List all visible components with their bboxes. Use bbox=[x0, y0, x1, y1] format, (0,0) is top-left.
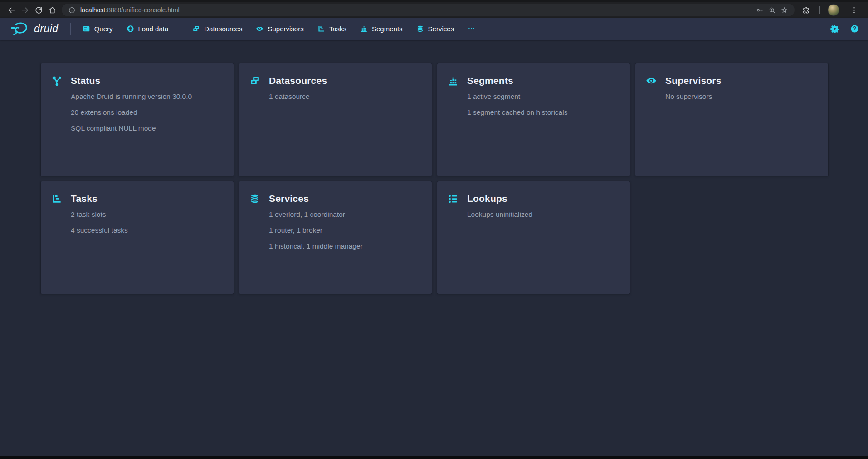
nav-item-load-data[interactable]: Load data bbox=[127, 25, 169, 33]
card-stat-line: 4 successful tasks bbox=[71, 226, 128, 235]
card-tasks[interactable]: Tasks 2 task slots4 successful tasks bbox=[41, 181, 234, 294]
nav-item-tasks[interactable]: Tasks bbox=[317, 25, 346, 33]
navbar-secondary-group: Datasources Supervisors Tasks Segments S… bbox=[192, 25, 475, 33]
browser-menu-button[interactable] bbox=[847, 3, 861, 17]
card-title: Services bbox=[269, 192, 363, 205]
druid-navbar: druid Query Load data Datasources Superv… bbox=[0, 18, 868, 40]
card-title: Tasks bbox=[71, 192, 128, 205]
card-stat-line: 1 datasource bbox=[269, 92, 327, 101]
gear-icon bbox=[830, 24, 839, 33]
card-text: Services 1 overlord, 1 coordinator1 rout… bbox=[269, 192, 363, 258]
card-text: Lookups Lookups uninitialized bbox=[467, 192, 532, 226]
nav-item-label: Segments bbox=[372, 25, 403, 33]
card-datasources[interactable]: Datasources 1 datasource bbox=[239, 63, 432, 176]
nav-item-label: Tasks bbox=[329, 25, 346, 33]
reload-button[interactable] bbox=[32, 3, 45, 17]
nav-item-label: Supervisors bbox=[268, 25, 303, 33]
card-stat-line: 1 active segment bbox=[467, 92, 567, 101]
home-button[interactable] bbox=[45, 3, 59, 17]
card-stat-line: 1 overlord, 1 coordinator bbox=[269, 210, 363, 219]
nav-item-datasources[interactable]: Datasources bbox=[192, 25, 242, 33]
card-stat-line: SQL compliant NULL mode bbox=[71, 124, 192, 133]
forward-button[interactable] bbox=[18, 3, 32, 17]
bookmark-star-icon[interactable] bbox=[780, 6, 788, 14]
nav-item-label: Load data bbox=[138, 25, 169, 33]
card-stat-line: 20 extensions loaded bbox=[71, 108, 192, 117]
graph-icon bbox=[51, 75, 62, 86]
status-card-grid: Status Apache Druid is running version 3… bbox=[41, 63, 828, 294]
url-bar[interactable]: localhost:8888/unified-console.html bbox=[62, 4, 795, 16]
card-stat-line: Apache Druid is running version 30.0.0 bbox=[71, 92, 192, 101]
extensions-button[interactable] bbox=[799, 3, 813, 17]
navbar-divider bbox=[70, 23, 71, 35]
password-key-icon[interactable] bbox=[756, 6, 764, 14]
card-stat-line: 1 historical, 1 middle manager bbox=[269, 242, 363, 251]
card-text: Segments 1 active segment1 segment cache… bbox=[467, 74, 567, 124]
card-title: Status bbox=[71, 74, 192, 87]
card-stat-line: No supervisors bbox=[665, 92, 722, 101]
browser-chrome: localhost:8888/unified-console.html bbox=[0, 0, 868, 18]
card-stat-line: 1 segment cached on historicals bbox=[467, 108, 567, 117]
database-icon bbox=[249, 193, 260, 204]
bullet-list-icon bbox=[448, 193, 458, 204]
card-title: Segments bbox=[467, 74, 567, 87]
card-segments[interactable]: Segments 1 active segment1 segment cache… bbox=[437, 63, 630, 176]
card-title: Datasources bbox=[269, 74, 327, 87]
card-status[interactable]: Status Apache Druid is running version 3… bbox=[41, 63, 234, 176]
bar-chart-icon bbox=[448, 75, 458, 86]
site-info-icon[interactable] bbox=[68, 6, 76, 14]
settings-button[interactable] bbox=[830, 24, 839, 33]
kebab-menu-icon bbox=[850, 6, 858, 15]
forward-arrow-icon bbox=[21, 6, 29, 15]
reload-icon bbox=[34, 6, 43, 15]
card-lookups[interactable]: Lookups Lookups uninitialized bbox=[437, 181, 630, 294]
navbar-primary-group: Query Load data bbox=[83, 25, 169, 33]
nav-item-segments[interactable]: Segments bbox=[360, 25, 403, 33]
gantt-chart-icon bbox=[51, 193, 62, 204]
stacked-windows-icon bbox=[249, 75, 260, 86]
nav-item-label: Query bbox=[94, 25, 113, 33]
card-title: Lookups bbox=[467, 192, 532, 205]
card-services[interactable]: Services 1 overlord, 1 coordinator1 rout… bbox=[239, 181, 432, 294]
database-icon bbox=[416, 25, 424, 33]
upload-icon bbox=[127, 25, 134, 33]
druid-logo[interactable]: druid bbox=[10, 21, 59, 37]
more-dots-icon bbox=[468, 25, 475, 33]
back-arrow-icon bbox=[7, 6, 16, 15]
card-text: Tasks 2 task slots4 successful tasks bbox=[71, 192, 128, 242]
card-text: Datasources 1 datasource bbox=[269, 74, 327, 108]
profile-button[interactable] bbox=[827, 3, 840, 17]
home-view: Status Apache Druid is running version 3… bbox=[0, 40, 868, 294]
druid-logo-text: druid bbox=[34, 23, 59, 35]
url-text: localhost:8888/unified-console.html bbox=[80, 6, 180, 14]
druid-console-window: { "colors": { "accent": "#2ad5ee", "page… bbox=[0, 0, 868, 459]
nav-item-query[interactable]: Query bbox=[83, 25, 113, 33]
eye-icon bbox=[646, 75, 657, 86]
window-bottom-edge bbox=[0, 456, 868, 459]
back-button[interactable] bbox=[5, 3, 18, 17]
nav-more-button[interactable] bbox=[468, 25, 475, 33]
navbar-divider bbox=[180, 23, 180, 35]
home-icon bbox=[48, 6, 57, 15]
browser-toolbar: localhost:8888/unified-console.html bbox=[0, 2, 868, 18]
nav-item-label: Services bbox=[428, 25, 454, 33]
help-button[interactable] bbox=[850, 24, 859, 33]
eye-icon bbox=[256, 25, 263, 33]
bar-chart-icon bbox=[360, 25, 368, 33]
nav-item-label: Datasources bbox=[204, 25, 242, 33]
navbar-right-group bbox=[830, 24, 859, 33]
stacked-windows-icon bbox=[192, 25, 200, 33]
card-stat-line: 2 task slots bbox=[71, 210, 128, 219]
help-icon bbox=[850, 24, 859, 33]
query-window-icon bbox=[83, 25, 90, 33]
card-stat-line: 1 router, 1 broker bbox=[269, 226, 363, 235]
zoom-in-icon[interactable] bbox=[768, 6, 776, 14]
card-title: Supervisors bbox=[665, 74, 722, 87]
nav-item-services[interactable]: Services bbox=[416, 25, 454, 33]
gantt-chart-icon bbox=[317, 25, 325, 33]
card-text: Status Apache Druid is running version 3… bbox=[71, 74, 192, 140]
card-text: Supervisors No supervisors bbox=[665, 74, 722, 108]
card-supervisors[interactable]: Supervisors No supervisors bbox=[635, 63, 828, 176]
nav-item-supervisors[interactable]: Supervisors bbox=[256, 25, 303, 33]
toolbar-separator bbox=[819, 6, 820, 14]
